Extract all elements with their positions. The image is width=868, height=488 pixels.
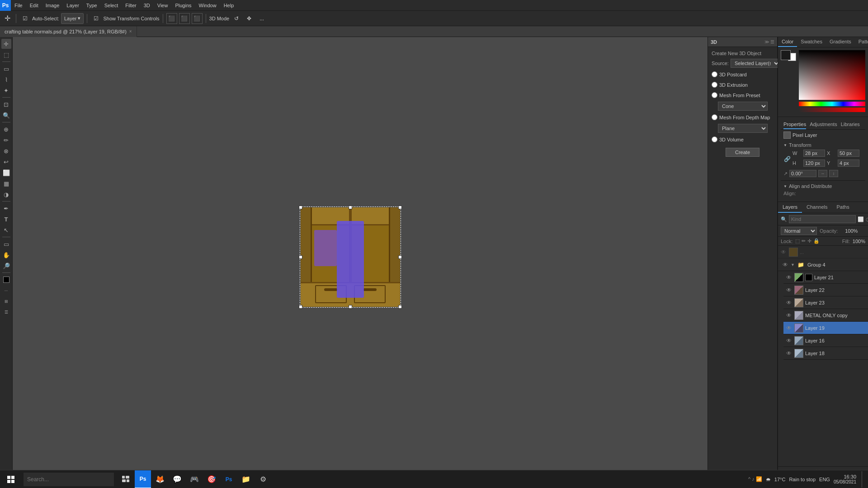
color-gradient-picker[interactable]	[799, 50, 865, 100]
menu-plugins[interactable]: Plugins	[171, 0, 195, 11]
lock-paint-icon[interactable]: ✏	[802, 238, 806, 244]
tool-pen[interactable]: ✒	[1, 203, 11, 213]
tab-close-btn[interactable]: ×	[129, 29, 132, 34]
volume-radio[interactable]	[712, 136, 717, 142]
x-input[interactable]	[838, 150, 859, 157]
tool-crop[interactable]: ⊡	[1, 99, 11, 109]
layers-kind-filter[interactable]	[789, 215, 856, 223]
taskbar-app-ps[interactable]: Ps	[135, 470, 151, 488]
layer-item-18[interactable]: 👁 Layer 18	[783, 347, 868, 360]
tool-brush[interactable]: ✏	[1, 135, 11, 145]
layer-item-16[interactable]: 👁 Layer 16	[783, 334, 868, 347]
tab-gradients[interactable]: Gradients	[826, 37, 855, 47]
show-transform-checkbox[interactable]: ☑	[90, 13, 101, 24]
taskbar-app-5[interactable]: 🎯	[203, 470, 220, 488]
lock-transparency-icon[interactable]: ⬚	[795, 238, 800, 244]
menu-edit[interactable]: Edit	[26, 0, 42, 11]
menu-image[interactable]: Image	[42, 0, 63, 11]
tool-lasso[interactable]: ⌇	[1, 75, 11, 84]
rotate-tool-btn[interactable]: ↺	[231, 13, 242, 24]
taskbar-app-4[interactable]: 🎮	[186, 470, 203, 488]
tab-properties[interactable]: Properties	[783, 122, 806, 129]
flip-h-btn[interactable]: ↔	[818, 170, 827, 177]
show-desktop-btn[interactable]	[862, 471, 864, 488]
transform-header[interactable]: ▼ Transform	[783, 142, 863, 148]
tool-history[interactable]: ↩	[1, 157, 11, 167]
layer-item-22[interactable]: 👁 Layer 22	[783, 284, 868, 296]
tool-magic-wand[interactable]: ✦	[1, 85, 11, 95]
lock-ratio-icon[interactable]: 🔗	[783, 152, 791, 166]
tool-move[interactable]: ✛	[1, 39, 11, 49]
layer-item-21[interactable]: 👁 Layer 21	[783, 271, 868, 284]
tool-gradient[interactable]: ▦	[1, 178, 11, 188]
taskbar-app-discord[interactable]: 💬	[169, 470, 185, 488]
tab-channels[interactable]: Channels	[802, 202, 832, 213]
layer-item-above[interactable]: 👁 ...	[778, 246, 868, 258]
move-tool-icon[interactable]: ✛	[2, 13, 13, 24]
color-foreground[interactable]	[1, 275, 11, 285]
mesh-preset-radio[interactable]	[712, 92, 717, 98]
canvas-area[interactable]	[13, 37, 708, 477]
layer-vis-metal[interactable]: 👁	[785, 312, 793, 319]
tool-more-1[interactable]: ···	[1, 286, 11, 296]
tab-layers[interactable]: Layers	[778, 202, 802, 213]
menu-layer[interactable]: Layer	[63, 0, 83, 11]
pan-tool-btn[interactable]: ✥	[244, 13, 255, 24]
layer-item-group4[interactable]: 👁 ▼ 📁 Group 4	[778, 258, 868, 271]
align-right-btn[interactable]: ⬛	[192, 13, 203, 24]
tab-swatches[interactable]: Swatches	[797, 37, 826, 47]
create-button[interactable]: Create	[726, 148, 760, 157]
layer-item-23[interactable]: 👁 Layer 23	[783, 296, 868, 309]
menu-view[interactable]: View	[154, 0, 172, 11]
menu-file[interactable]: File	[11, 0, 26, 11]
depth-dropdown[interactable]: Plane	[718, 124, 768, 133]
handle-bot-right[interactable]	[398, 305, 402, 309]
foreground-swatch[interactable]	[781, 50, 791, 60]
menu-3d[interactable]: 3D	[140, 0, 154, 11]
handle-mid-left[interactable]	[299, 255, 302, 259]
lock-all-icon[interactable]: 🔒	[813, 238, 820, 244]
tool-dodge[interactable]: ◑	[1, 189, 11, 199]
handle-top-left[interactable]	[299, 206, 302, 209]
tool-marquee[interactable]: ▭	[1, 64, 11, 74]
layer-vis-21[interactable]: 👁	[785, 274, 793, 281]
tab-libraries[interactable]: Libraries	[841, 122, 860, 129]
handle-top-mid[interactable]	[349, 206, 352, 209]
align-center-btn[interactable]: ⬛	[179, 13, 190, 24]
app-icon[interactable]: Ps	[0, 0, 11, 11]
tool-spot-heal[interactable]: ⊕	[1, 124, 11, 134]
align-header[interactable]: ▼ Align and Distribute	[783, 183, 863, 189]
alpha-slider[interactable]	[799, 108, 865, 112]
layer-vis-22[interactable]: 👁	[785, 286, 793, 294]
layer-vis-above[interactable]: 👁	[780, 249, 787, 256]
tab-adjustments[interactable]: Adjustments	[810, 122, 837, 129]
taskbar-app-ps2[interactable]: Ps	[221, 470, 237, 488]
taskbar-app-firefox[interactable]: 🦊	[152, 470, 168, 488]
handle-bot-mid[interactable]	[349, 305, 352, 309]
lock-artboard-icon[interactable]: ✛	[807, 238, 811, 244]
align-left-btn[interactable]: ⬛	[166, 13, 177, 24]
tool-path-select[interactable]: ↖	[1, 225, 11, 235]
menu-type[interactable]: Type	[83, 0, 101, 11]
tool-stamp[interactable]: ⊗	[1, 146, 11, 156]
pixel-filter-icon[interactable]: ⬜	[858, 215, 864, 223]
more-tools-btn[interactable]: ...	[256, 13, 267, 24]
mesh-depth-radio[interactable]	[712, 114, 717, 120]
tool-more-2[interactable]: ⊞	[1, 296, 11, 306]
taskbar-search[interactable]	[24, 473, 114, 486]
group-expand-icon[interactable]: ▼	[791, 263, 795, 267]
handle-mid-right[interactable]	[398, 255, 402, 259]
y-input[interactable]	[838, 160, 859, 167]
tool-shape[interactable]: ▭	[1, 239, 11, 249]
width-input[interactable]	[803, 150, 825, 157]
taskbar-task-view[interactable]	[118, 470, 134, 488]
menu-help[interactable]: Help	[220, 0, 238, 11]
taskbar-app-last[interactable]: ⚙	[255, 470, 271, 488]
tool-more-3[interactable]: ☰	[1, 307, 11, 317]
tab-patterns[interactable]: Patterns	[855, 37, 868, 47]
tool-hand[interactable]: ✋	[1, 250, 11, 260]
flip-v-btn[interactable]: ↕	[829, 170, 838, 177]
adjustment-filter-icon[interactable]: ◑	[866, 215, 868, 223]
tab-paths[interactable]: Paths	[832, 202, 854, 213]
taskbar-app-folder[interactable]: 📁	[238, 470, 254, 488]
